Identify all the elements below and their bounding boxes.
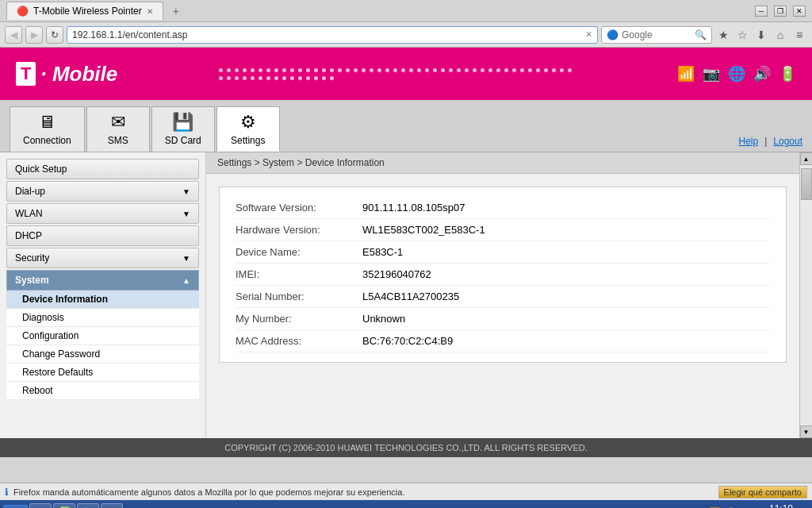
status-message: Firefox manda automáticamente algunos da…	[13, 487, 404, 497]
info-label: Software Version:	[236, 202, 362, 214]
info-row: My Number: Unknown	[236, 308, 770, 330]
browser-nav-icons: ★ ☆ ⬇ ⌂ ≡	[715, 27, 807, 43]
google-icon: 🔵	[607, 29, 619, 40]
scroll-down-button[interactable]: ▼	[800, 425, 813, 438]
bookmark-add-icon[interactable]: ☆	[734, 27, 750, 43]
security-button[interactable]: Security ▼	[6, 248, 199, 268]
nav-tabs: 🖥 Connection ✉ SMS 💾 SD Card ⚙ Settings …	[0, 100, 812, 152]
info-row: Serial Number: L5A4CB11A2700235	[236, 286, 770, 308]
info-label: IMEI:	[236, 268, 362, 280]
change-password-label: Change Password	[22, 348, 100, 360]
sidebar-sub-item-restore-defaults[interactable]: Restore Defaults	[6, 364, 199, 382]
browser-tab[interactable]: 🔴 T-Mobile Wireless Pointer ✕	[6, 2, 163, 20]
scroll-track	[800, 165, 812, 425]
info-value: WL1E583CT002_E583C-1	[362, 224, 485, 236]
address-bar[interactable]: 192.168.1.1/en/content.asp ✕	[67, 26, 598, 44]
minimize-button[interactable]: ─	[755, 6, 768, 17]
sidebar-sub-item-diagnosis[interactable]: Diagnosis	[6, 309, 199, 327]
globe-icon: 🌐	[728, 65, 745, 83]
diagnosis-label: Diagnosis	[22, 312, 64, 323]
taskbar-unknown[interactable]: 🎭	[77, 503, 99, 508]
bookmark-icon[interactable]: ★	[715, 27, 731, 43]
info-value: 352196040762	[362, 268, 431, 280]
sms-tab-label: SMS	[108, 135, 128, 146]
wlan-chevron: ▼	[182, 210, 190, 218]
footer: COPYRIGHT (C) 2006-2010 HUAWEI TECHNOLOG…	[0, 438, 812, 457]
new-tab-button[interactable]: +	[167, 2, 186, 21]
sidebar-item-dialup: Dial-up ▼	[6, 181, 199, 202]
tab-sdcard[interactable]: 💾 SD Card	[151, 106, 215, 152]
tmobile-logo: T · Mobile	[16, 62, 117, 87]
sms-icon: ✉	[111, 112, 125, 133]
dhcp-button[interactable]: DHCP	[6, 225, 199, 246]
title-bar: 🔴 T-Mobile Wireless Pointer ✕ + ─ ❐ ✕	[0, 0, 812, 22]
menu-icon[interactable]: ≡	[791, 27, 807, 43]
footer-copyright: COPYRIGHT (C) 2006-2010 HUAWEI TECHNOLOG…	[224, 443, 587, 452]
search-button[interactable]: 🔍	[695, 29, 707, 40]
tab-close-button[interactable]: ✕	[147, 7, 153, 16]
page-content: T · Mobile 📶	[0, 48, 812, 483]
taskbar-items: 📁 📗 🎭 🦊	[29, 503, 123, 508]
info-value: Unknown	[362, 313, 405, 325]
back-button[interactable]: ◀	[5, 26, 22, 44]
search-bar[interactable]: 🔵 Google 🔍	[601, 26, 712, 44]
quick-setup-button[interactable]: Quick Setup	[6, 159, 199, 179]
taskbar-excel[interactable]: 📗	[53, 503, 75, 508]
header-status-icons: 📶 📷 🌐 🔊 🔋	[677, 65, 796, 83]
header-dots	[117, 68, 677, 80]
help-link[interactable]: Help	[738, 136, 758, 147]
dialup-chevron: ▼	[182, 187, 190, 196]
sidebar-sub-item-change-password[interactable]: Change Password	[6, 345, 199, 364]
info-value: BC:76:70:C2:C4:B9	[362, 335, 453, 347]
dialup-label: Dial-up	[15, 186, 45, 197]
taskbar-firefox[interactable]: 🦊	[101, 503, 123, 508]
forward-button[interactable]: ▶	[25, 26, 43, 44]
sidebar-sub-item-device-information[interactable]: Device Information	[6, 291, 199, 309]
sidebar-item-quick-setup: Quick Setup	[6, 159, 199, 179]
download-icon[interactable]: ⬇	[753, 27, 769, 43]
configuration-label: Configuration	[22, 330, 79, 341]
address-clear-button[interactable]: ✕	[585, 29, 592, 40]
wlan-button[interactable]: WLAN ▼	[6, 203, 199, 224]
close-button[interactable]: ✕	[793, 6, 806, 17]
status-bar: ℹ Firefox manda automáticamente algunos …	[0, 483, 812, 500]
refresh-button[interactable]: ↻	[46, 26, 63, 44]
start-button[interactable]: ⊞	[3, 505, 28, 509]
info-row: Device Name: E583C-1	[236, 241, 770, 264]
dialup-button[interactable]: Dial-up ▼	[6, 181, 199, 202]
scrollbar: ▲ ▼	[799, 152, 812, 438]
signal-icon: 📶	[677, 65, 695, 83]
clock-time: 11:10	[761, 503, 801, 509]
scroll-thumb[interactable]	[801, 168, 812, 200]
taskbar-explorer[interactable]: 📁	[29, 503, 52, 508]
taskbar: ⊞ 📁 📗 🎭 🦊 ⌨ 📶 🔊 ESP 11:10 05/08/2014	[0, 500, 812, 508]
main-area: Quick Setup Dial-up ▼ WLAN ▼ DHCP	[0, 152, 812, 438]
search-placeholder: Google	[622, 29, 691, 40]
battery-icon: 🔋	[779, 65, 796, 83]
wlan-label: WLAN	[15, 208, 43, 219]
window-controls: ─ ❐ ✕	[755, 6, 806, 17]
nav-divider: |	[764, 136, 767, 147]
tab-settings[interactable]: ⚙ Settings	[216, 106, 280, 152]
connection-tab-label: Connection	[23, 135, 71, 146]
logout-link[interactable]: Logout	[773, 136, 802, 147]
taskbar-right: ⌨ 📶 🔊 ESP 11:10 05/08/2014	[692, 503, 809, 509]
restore-button[interactable]: ❐	[774, 6, 787, 17]
security-label: Security	[15, 252, 49, 264]
reboot-label: Reboot	[22, 385, 53, 396]
system-chevron: ▲	[182, 276, 190, 285]
sidebar-sub-item-configuration[interactable]: Configuration	[6, 327, 199, 345]
system-group[interactable]: System ▲	[6, 270, 199, 291]
tab-connection[interactable]: 🖥 Connection	[10, 106, 85, 152]
mobile-text: · Mobile	[40, 62, 117, 87]
home-icon[interactable]: ⌂	[772, 27, 788, 43]
scroll-up-button[interactable]: ▲	[800, 152, 813, 165]
tab-favicon: 🔴	[17, 6, 29, 17]
nav-tabs-right: Help | Logout	[738, 136, 802, 152]
choose-share-link[interactable]: Elegir qué comparto	[718, 486, 807, 498]
dhcp-label: DHCP	[15, 230, 42, 241]
camera-icon: 📷	[703, 65, 720, 83]
tab-sms[interactable]: ✉ SMS	[86, 106, 150, 152]
sidebar-sub-item-reboot[interactable]: Reboot	[6, 382, 199, 400]
info-label: Device Name:	[236, 246, 362, 258]
